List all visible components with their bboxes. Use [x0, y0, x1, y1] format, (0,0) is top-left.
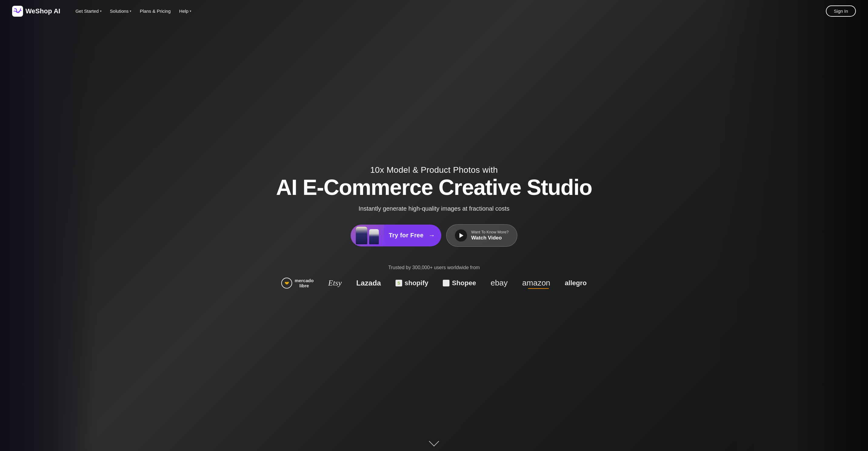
- shopify-label: shopify: [405, 279, 428, 287]
- brand-etsy: Etsy: [328, 278, 342, 288]
- brand-mercado-libre: 🤝 mercadolibre: [281, 278, 314, 289]
- trusted-text: Trusted by 300,000+ users worldwide from: [269, 265, 598, 270]
- hero-cta-row: Try for Free → Want To Know More? Watch …: [351, 224, 517, 247]
- chevron-down-icon: ▾: [100, 9, 101, 13]
- signin-button[interactable]: Sign In: [826, 5, 856, 17]
- navbar: WeShop AI Get Started ▾ Solutions ▾ Plan…: [0, 0, 868, 22]
- nav-link-get-started[interactable]: Get Started ▾: [72, 7, 104, 16]
- nav-link-solutions[interactable]: Solutions ▾: [107, 7, 134, 16]
- brand-amazon: amazon: [522, 278, 550, 288]
- arrow-right-icon: →: [429, 232, 435, 239]
- fashion-figure: [356, 227, 379, 244]
- nav-link-help[interactable]: Help ▾: [176, 7, 194, 16]
- brand-allegro: allegro: [565, 279, 587, 287]
- try-for-free-button[interactable]: Try for Free →: [351, 224, 441, 246]
- figure-a: [356, 227, 367, 244]
- lazada-label: Lazada: [356, 279, 381, 287]
- logo-text: WeShop AI: [26, 7, 60, 15]
- brand-ebay: ebay: [491, 278, 508, 288]
- brand-shopee: 🛍 Shopee: [443, 279, 476, 287]
- logo-icon: [12, 6, 23, 17]
- try-free-preview-image: [351, 224, 384, 246]
- mercado-libre-icon: 🤝: [281, 278, 292, 289]
- nav-links: Get Started ▾ Solutions ▾ Plans & Pricin…: [72, 7, 194, 16]
- watch-video-button[interactable]: Want To Know More? Watch Video: [446, 224, 518, 247]
- amazon-label: amazon: [522, 278, 550, 288]
- play-circle: [455, 230, 467, 242]
- logo[interactable]: WeShop AI: [12, 6, 60, 17]
- hero-content: 10x Model & Product Photos with AI E-Com…: [0, 22, 868, 438]
- shopee-icon: 🛍: [443, 280, 450, 287]
- brand-shopify: shopify: [396, 279, 428, 287]
- nav-right: Sign In: [826, 5, 856, 17]
- allegro-label: allegro: [565, 279, 587, 287]
- watch-video-text: Want To Know More? Watch Video: [471, 230, 509, 241]
- hero-description: Instantly generate high-quality images a…: [359, 205, 509, 212]
- watch-video-label: Want To Know More?: [471, 230, 509, 234]
- ebay-label: ebay: [491, 278, 508, 288]
- trusted-section: Trusted by 300,000+ users worldwide from…: [263, 265, 604, 301]
- try-free-label: Try for Free: [384, 232, 429, 239]
- hero-title: AI E-Commerce Creative Studio: [276, 176, 592, 199]
- nav-link-plans-pricing[interactable]: Plans & Pricing: [137, 7, 174, 16]
- scroll-arrow: [0, 438, 868, 451]
- shopee-label: Shopee: [452, 279, 476, 287]
- down-arrow-icon: [429, 436, 439, 447]
- chevron-down-icon: ▾: [130, 9, 131, 13]
- chevron-down-icon: ▾: [190, 9, 191, 13]
- figure-b: [369, 229, 379, 244]
- hero-section: WeShop AI Get Started ▾ Solutions ▾ Plan…: [0, 0, 868, 451]
- play-icon: [460, 233, 463, 238]
- etsy-label: Etsy: [328, 278, 342, 288]
- hero-subtitle: 10x Model & Product Photos with: [370, 165, 498, 175]
- brand-lazada: Lazada: [356, 279, 381, 287]
- nav-left: WeShop AI Get Started ▾ Solutions ▾ Plan…: [12, 6, 194, 17]
- mercado-libre-label: mercadolibre: [294, 278, 314, 288]
- watch-video-title: Watch Video: [471, 235, 502, 241]
- brand-logos: 🤝 mercadolibre Etsy Lazada shopify: [269, 278, 598, 295]
- shopify-icon: [396, 280, 402, 287]
